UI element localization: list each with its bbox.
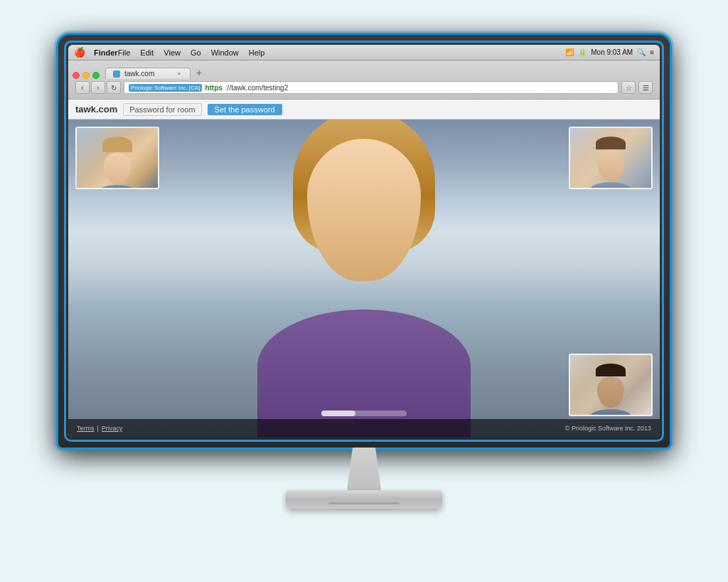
thumb-body-br — [589, 409, 632, 416]
thumb-body-tr — [589, 182, 632, 189]
app-toolbar: tawk.com Password for room Set the passw… — [68, 100, 660, 120]
bookmark-btn[interactable]: ☆ — [621, 81, 636, 94]
thumb-hair-br — [596, 364, 626, 376]
thumb-person-br — [586, 358, 636, 415]
menubar-battery: 🔋 — [578, 48, 587, 56]
browser-tab[interactable]: tawk.com × — [105, 68, 191, 79]
monitor-body: 🍎 Finder File Edit View Go Window Help 📶… — [58, 35, 670, 448]
menubar-wifi: 📶 — [565, 48, 574, 56]
tab-title: tawk.com — [124, 70, 154, 78]
footer-copyright: © Priologic Software Inc. 2013 — [565, 425, 651, 432]
browser-chrome: tawk.com × + ‹ › ↻ Priologic Sof — [68, 60, 660, 100]
menu-window[interactable]: Window — [211, 48, 239, 57]
monitor-stand — [286, 448, 442, 509]
menubar-items: File Edit View Go Window Help — [118, 48, 265, 57]
screen-container: 🍎 Finder File Edit View Go Window Help 📶… — [68, 45, 660, 438]
menubar-time: Mon 9:03 AM — [591, 48, 633, 56]
forward-btn[interactable]: › — [91, 81, 105, 94]
site-logo: tawk.com — [75, 104, 117, 115]
menubar-search-icon[interactable]: 🔍 — [637, 48, 646, 56]
tab-favicon — [113, 70, 120, 78]
thumbnail-bottom-right — [569, 354, 653, 416]
url-path: ://tawk.com/testing2 — [225, 84, 288, 92]
browser-nav-row: ‹ › ↻ Priologic Software Inc. [CA] https… — [73, 79, 655, 96]
thumb-face-tl — [104, 152, 131, 184]
menu-view[interactable]: View — [164, 48, 181, 57]
reload-btn[interactable]: ↻ — [107, 81, 121, 94]
ssl-badge: Priologic Software Inc. [CA] — [129, 84, 202, 92]
thumb-body-tl — [96, 185, 139, 189]
address-bar[interactable]: Priologic Software Inc. [CA] https ://ta… — [124, 81, 619, 94]
thumb-person-tl — [92, 131, 142, 188]
back-btn[interactable]: ‹ — [75, 81, 90, 94]
set-password-button[interactable]: Set the password — [208, 104, 282, 115]
thumb-person-tr — [586, 131, 636, 188]
main-person — [229, 120, 499, 438]
privacy-link[interactable]: Privacy — [102, 425, 123, 432]
person-face — [307, 139, 421, 281]
video-progress-fill — [321, 411, 355, 416]
terms-link[interactable]: Terms — [77, 425, 95, 432]
browser-tabs: tawk.com × + — [73, 63, 655, 79]
thumb-hair-tr — [596, 137, 626, 149]
video-main-area: Terms | Privacy © Priologic Software Inc… — [68, 120, 660, 438]
apple-menu-icon[interactable]: 🍎 — [74, 47, 85, 58]
footer-separator: | — [97, 425, 99, 432]
thumb-face-br — [597, 376, 624, 408]
person-body — [257, 309, 471, 438]
stand-base — [286, 490, 442, 509]
thumb-hair-tl — [102, 137, 132, 152]
thumbnail-top-right — [569, 127, 653, 189]
video-progress — [321, 411, 407, 416]
video-controls-bar: Terms | Privacy © Priologic Software Inc… — [68, 419, 660, 438]
browser-menu-btn[interactable]: ☰ — [638, 81, 653, 94]
menubar-right: 📶 🔋 Mon 9:03 AM 🔍 ≡ — [565, 48, 654, 56]
window-controls — [73, 72, 100, 79]
macos-menubar: 🍎 Finder File Edit View Go Window Help 📶… — [68, 45, 660, 60]
menu-help[interactable]: Help — [249, 48, 265, 57]
url-https: https — [205, 84, 222, 92]
window-close-btn[interactable] — [73, 72, 80, 79]
monitor-wrapper: 🍎 Finder File Edit View Go Window Help 📶… — [58, 35, 670, 547]
menu-file[interactable]: File — [118, 48, 131, 57]
window-maximize-btn[interactable] — [92, 72, 100, 79]
screen-inner: 🍎 Finder File Edit View Go Window Help 📶… — [68, 45, 660, 438]
menubar-list-icon[interactable]: ≡ — [650, 48, 654, 56]
stand-neck — [336, 448, 392, 490]
nav-buttons: ‹ › ↻ — [75, 81, 121, 94]
footer-links: Terms | Privacy — [77, 425, 122, 432]
window-minimize-btn[interactable] — [82, 72, 90, 79]
new-tab-btn[interactable]: + — [192, 66, 206, 79]
finder-label[interactable]: Finder — [94, 48, 118, 57]
menu-go[interactable]: Go — [191, 48, 201, 57]
tab-close-btn[interactable]: × — [176, 70, 183, 78]
thumbnail-top-left — [75, 127, 159, 189]
thumb-face-tr — [597, 149, 624, 181]
menu-edit[interactable]: Edit — [140, 48, 154, 57]
password-label: Password for room — [123, 103, 201, 116]
